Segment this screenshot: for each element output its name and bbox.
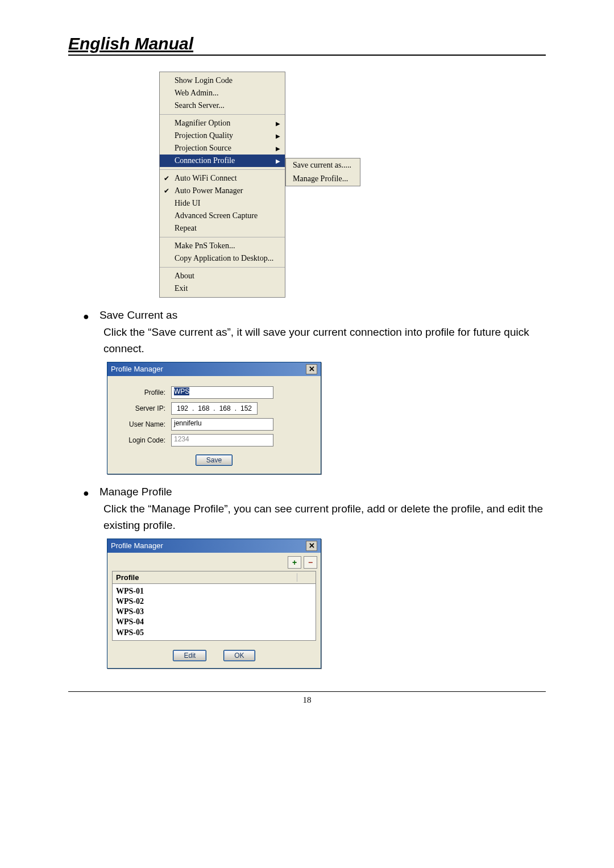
submenu-connection-profile: Save current as..... Manage Profile... (285, 158, 360, 186)
chevron-right-icon: ▶ (276, 145, 280, 152)
list-item[interactable]: WPS-01 (116, 586, 312, 596)
footer-separator (68, 691, 546, 692)
save-button[interactable]: Save (196, 454, 233, 466)
close-icon[interactable]: ✕ (306, 541, 317, 551)
page-title: English Manual (68, 34, 546, 56)
chevron-right-icon: ▶ (276, 158, 280, 164)
menu-item-copy-app-desktop[interactable]: Copy Application to Desktop... (160, 252, 285, 265)
check-icon: ✔ (164, 187, 169, 195)
profile-list-box: Profile WPS-01 WPS-02 WPS-03 WPS-04 WPS-… (112, 571, 316, 641)
list-item[interactable]: WPS-04 (116, 617, 312, 627)
menu-item-auto-power-manager[interactable]: ✔Auto Power Manager (160, 185, 285, 197)
menu-item-projection-source[interactable]: Projection Source▶ (160, 142, 285, 155)
chevron-right-icon: ▶ (276, 120, 280, 127)
submenu-item-manage-profile[interactable]: Manage Profile... (286, 172, 360, 186)
profile-field[interactable]: WPS (171, 386, 273, 399)
ok-button[interactable]: OK (223, 650, 255, 661)
label-user-name: User Name: (115, 420, 171, 428)
list-item[interactable]: WPS-02 (116, 596, 312, 607)
page-number: 18 (68, 695, 546, 705)
menu-item-web-admin[interactable]: Web Admin... (160, 87, 285, 99)
dialog-title: Profile Manager (111, 541, 306, 550)
submenu-item-save-current-as[interactable]: Save current as..... (286, 158, 360, 172)
dialog-title: Profile Manager (111, 365, 306, 373)
close-icon[interactable]: ✕ (306, 364, 317, 374)
menu-item-search-server[interactable]: Search Server... (160, 99, 285, 112)
menu-item-about[interactable]: About (160, 270, 285, 282)
edit-button[interactable]: Edit (173, 650, 206, 661)
server-ip-field[interactable]: 192. 168. 168. 152 (171, 402, 258, 415)
section-body: Click the “Save current as”, it will sav… (103, 324, 546, 357)
username-field[interactable]: jenniferlu (171, 418, 273, 431)
label-profile: Profile: (115, 389, 171, 397)
list-item[interactable]: WPS-05 (116, 628, 312, 638)
bullet-icon: ● (83, 309, 89, 324)
menu-item-make-pns-token[interactable]: Make PnS Token... (160, 240, 285, 252)
add-button[interactable]: + (288, 556, 301, 569)
menu-item-repeat[interactable]: Repeat (160, 222, 285, 235)
context-menu: Show Login Code Web Admin... Search Serv… (159, 72, 285, 298)
login-code-field[interactable]: 1234 (171, 434, 273, 446)
label-server-ip: Server IP: (115, 404, 171, 412)
menu-item-show-login-code[interactable]: Show Login Code (160, 74, 285, 87)
menu-item-hide-ui[interactable]: Hide UI (160, 197, 285, 210)
remove-button[interactable]: − (304, 556, 317, 569)
column-header-profile: Profile (116, 573, 297, 582)
check-icon: ✔ (164, 174, 169, 183)
menu-item-auto-wifi-connect[interactable]: ✔Auto WiFi Connect (160, 172, 285, 185)
section-heading: Save Current as (99, 309, 177, 322)
label-login-code: Login Code: (115, 436, 171, 444)
menu-item-connection-profile[interactable]: Connection Profile▶ (160, 155, 285, 167)
profile-manager-save-dialog: Profile Manager ✕ Profile: WPS Server IP… (107, 362, 321, 474)
column-header-spacer (297, 573, 312, 582)
list-item[interactable]: WPS-03 (116, 607, 312, 617)
menu-item-exit[interactable]: Exit (160, 282, 285, 295)
context-menu-figure: Show Login Code Web Admin... Search Serv… (159, 72, 546, 298)
menu-item-magnifier-option[interactable]: Magnifier Option▶ (160, 117, 285, 130)
menu-item-advanced-screen-capture[interactable]: Advanced Screen Capture (160, 210, 285, 222)
chevron-right-icon: ▶ (276, 133, 280, 139)
bullet-icon: ● (83, 486, 89, 500)
profile-manager-list-dialog: Profile Manager ✕ + − Profile WPS-01 WPS… (107, 539, 321, 669)
section-body: Click the “Manage Profile”, you can see … (103, 500, 546, 534)
section-heading: Manage Profile (99, 486, 172, 498)
menu-item-projection-quality[interactable]: Projection Quality▶ (160, 130, 285, 142)
